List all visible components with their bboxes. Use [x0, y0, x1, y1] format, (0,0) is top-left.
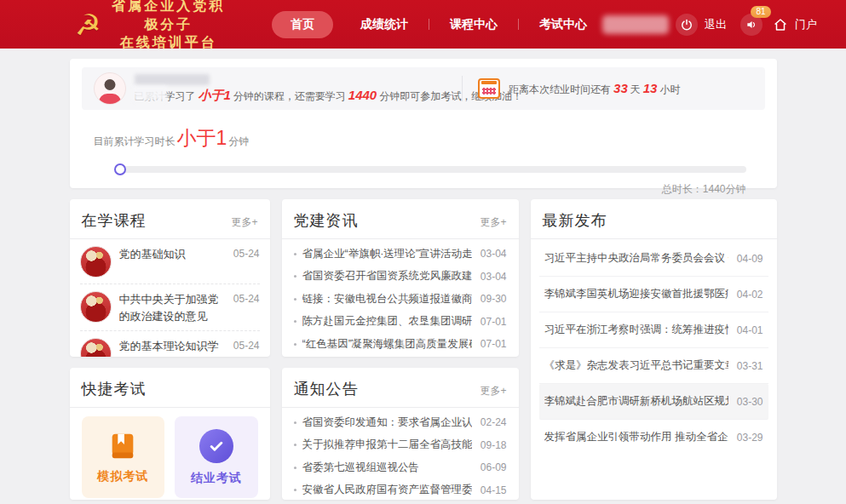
notice-list-item[interactable]: 省委第七巡视组巡视公告 06-09: [294, 456, 507, 479]
countdown-prefix: 距离本次结业时间还有: [509, 83, 611, 95]
quick-exam-card: 快捷考试 模拟考试 结业考试: [70, 368, 270, 500]
studied-minutes: 小于1: [196, 88, 233, 102]
latest-item-date: 03-30: [737, 396, 763, 408]
blurred-username: [602, 15, 669, 34]
quick-exam-header: 快捷考试: [70, 368, 270, 408]
site-title-line2: 在线培训平台: [109, 33, 227, 52]
news-item-date: 07-01: [481, 316, 507, 328]
main-content: 已累计学习了小于1分钟的课程，还需要学习1440分钟即可参加考试，继续加油！ 距…: [70, 59, 777, 500]
course-list-item[interactable]: 05-24 党的基础知识: [80, 239, 260, 284]
latest-releases-card: 最新发布 习近平主持中央政治局常务委员会会议 分析国... 04-09 李锦斌李…: [531, 199, 777, 500]
latest-releases-header: 最新发布: [531, 199, 777, 239]
bullet-dot: [294, 489, 296, 491]
speaker-icon[interactable]: 81: [740, 14, 763, 36]
bullet-dot: [294, 421, 296, 424]
nav-item-courses[interactable]: 课程中心: [435, 11, 513, 38]
exam-tiles: 模拟考试 结业考试: [70, 408, 270, 500]
course-list-item[interactable]: 05-24 党的基本理论知识学习手册: [80, 331, 260, 357]
news-list-item[interactable]: 皖维集团党委举办2020年党员发展对象培训班... 07-01: [294, 356, 507, 358]
news-list-item[interactable]: 省属企业“举旗帜·送理论”宣讲活动走进华安... 03-04: [294, 243, 507, 266]
nav-item-exams[interactable]: 考试中心: [524, 11, 602, 38]
nav-item-scores[interactable]: 成绩统计: [345, 11, 423, 38]
notice-list-item[interactable]: 关于拟推荐申报第十二届全省高技能人才评选... 09-18: [294, 434, 507, 457]
progress-total-label: 总时长：1440分钟: [94, 182, 746, 197]
latest-list-item[interactable]: 李锦斌赴合肥市调研新桥机场航站区规划建设... 03-30: [539, 384, 768, 420]
home-icon[interactable]: [773, 17, 788, 32]
progress-label-prefix: 目前累计学习时长: [94, 135, 176, 147]
power-icon[interactable]: [676, 14, 698, 36]
course-text: 05-24 党的基本理论知识学习手册: [119, 338, 260, 357]
study-info-texts: 已累计学习了小于1分钟的课程，还需要学习1440分钟即可参加考试，继续加油！: [135, 74, 447, 104]
final-exam-tile[interactable]: 结业考试: [175, 416, 258, 498]
news-item-title: “红色基因”凝聚海螺集团高质量发展磅礴力...: [302, 337, 472, 352]
course-text: 05-24 中共中央关于加强党的政治建设的意见: [119, 291, 260, 324]
bullet-dot: [294, 253, 296, 255]
course-date: 05-24: [233, 291, 260, 306]
courses-card-header: 在学课程 更多+: [70, 199, 270, 239]
news-item-date: 07-01: [481, 338, 507, 350]
study-info: 已累计学习了小于1分钟的课程，还需要学习1440分钟即可参加考试，继续加油！: [94, 72, 447, 105]
nav-separator: [429, 19, 429, 30]
bullet-dot: [294, 298, 296, 301]
party-news-title: 党建资讯: [294, 210, 359, 231]
news-item-date: 03-04: [481, 271, 507, 283]
site-logo: ☭ 省属企业入党积极分子 在线培训平台: [75, 0, 227, 52]
logout-button[interactable]: 退出: [705, 17, 727, 32]
study-progress-bar: [116, 163, 746, 175]
notices-header: 通知公告 更多+: [282, 368, 519, 408]
news-list-item[interactable]: “红色基因”凝聚海螺集团高质量发展磅礴力... 07-01: [294, 333, 507, 356]
news-list-item[interactable]: 省国资委召开省国资系统党风廉政建设和反腐... 03-04: [294, 266, 507, 289]
blur-patch: [133, 86, 167, 101]
course-title: 党的基础知识: [119, 248, 186, 261]
progress-handle[interactable]: [114, 163, 126, 175]
courses-more-link[interactable]: 更多+: [231, 215, 257, 230]
latest-releases-list: 习近平主持中央政治局常务委员会会议 分析国... 04-09 李锦斌李国英机场迎…: [531, 239, 777, 456]
courses-card: 在学课程 更多+ 05-24 党的基础知识: [70, 199, 270, 357]
party-emblem-icon: ☭: [75, 10, 101, 39]
nav-item-home[interactable]: 首页: [272, 11, 333, 38]
notice-item-title: 省国资委印发通知：要求省属企业认真贯彻落...: [302, 415, 472, 430]
latest-list-item[interactable]: 发挥省属企业引领带动作用 推动全省企业尽快... 03-29: [539, 420, 768, 455]
latest-item-date: 03-29: [737, 432, 763, 444]
news-item-title: 省国资委召开省国资系统党风廉政建设和反腐...: [302, 269, 472, 284]
check-circle-icon: [199, 429, 233, 463]
remaining-minutes: 1440: [346, 88, 379, 102]
latest-item-title: 《求是》杂志发表习近平总书记重要文章《在...: [544, 358, 728, 373]
party-news-more-link[interactable]: 更多+: [480, 215, 506, 230]
header-user-area: 退出 81 门户: [602, 14, 817, 36]
notice-list-item[interactable]: 省国资委印发通知：要求省属企业认真贯彻落... 02-24: [294, 411, 507, 434]
latest-list-item[interactable]: 习近平主持中央政治局常务委员会会议 分析国... 04-09: [539, 241, 768, 277]
progress-value: 小于1: [176, 127, 229, 149]
party-news-card: 党建资讯 更多+ 省属企业“举旗帜·送理论”宣讲活动走进华安... 03-04 …: [282, 199, 519, 357]
notification-badge: 81: [751, 6, 771, 18]
course-thumbnail: [80, 246, 112, 278]
course-list-item[interactable]: 05-24 中共中央关于加强党的政治建设的意见: [80, 284, 260, 331]
course-title: 中共中央关于加强党的政治建设的意见: [119, 293, 219, 323]
main-nav: 首页 成绩统计 课程中心 考试中心: [272, 11, 602, 38]
courses-title: 在学课程: [82, 210, 147, 231]
notice-item-title: 省委第七巡视组巡视公告: [302, 461, 472, 475]
latest-list-item[interactable]: 《求是》杂志发表习近平总书记重要文章《在... 03-31: [539, 348, 768, 384]
notice-list-item[interactable]: 安徽省人民政府国有资产监督管理委员会网站... 04-15: [294, 479, 507, 501]
portal-link[interactable]: 门户: [795, 17, 817, 32]
news-list-item[interactable]: 链接：安徽电视台公共频道报道徽商职业学院... 09-30: [294, 288, 507, 311]
latest-item-title: 习近平主持中央政治局常务委员会会议 分析国...: [544, 251, 728, 266]
progress-section: 目前累计学习时长小于1分钟 总时长：1440分钟: [82, 110, 765, 197]
news-list-item[interactable]: 陈方赴国元金控集团、农垦集团调研督导 07-01: [294, 311, 507, 334]
nav-separator: [518, 19, 519, 30]
book-icon: [106, 431, 139, 461]
final-exam-label: 结业考试: [191, 471, 242, 486]
latest-list-item[interactable]: 李锦斌李国英机场迎接安徽首批援鄂医疗队凯... 04-02: [539, 277, 768, 312]
top-header: ☭ 省属企业入党积极分子 在线培训平台 首页 成绩统计 课程中心 考试中心 退出…: [0, 0, 846, 49]
mock-exam-tile[interactable]: 模拟考试: [82, 416, 165, 498]
progress-label: 目前累计学习时长小于1分钟: [94, 125, 757, 152]
study-mid: 分钟的课程，还需要学习: [233, 90, 346, 102]
bullet-dot: [294, 467, 296, 469]
site-title: 省属企业入党积极分子 在线培训平台: [109, 0, 227, 52]
site-title-line1: 省属企业入党积极分子: [109, 0, 227, 33]
progress-unit: 分钟: [228, 135, 249, 147]
notices-list: 省国资委印发通知：要求省属企业认真贯彻落... 02-24 关于拟推荐申报第十二…: [282, 408, 519, 500]
notices-more-link[interactable]: 更多+: [480, 384, 506, 398]
latest-list-item[interactable]: 习近平在浙江考察时强调：统筹推进疫情防控... 04-01: [539, 312, 768, 348]
study-progress-text: 已累计学习了小于1分钟的课程，还需要学习1440分钟即可参加考试，继续加油！: [135, 88, 447, 104]
